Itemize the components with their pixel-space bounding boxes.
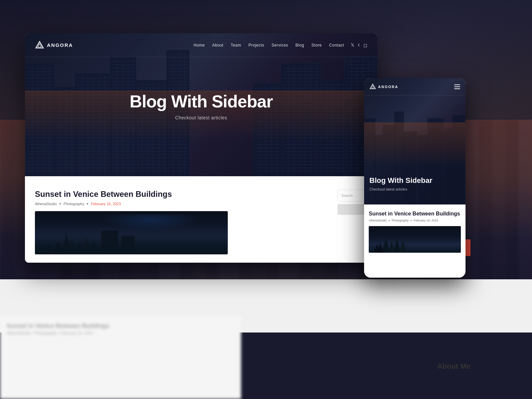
svg-marker-3 [68, 239, 76, 254]
mobile-tree-silhouettes [369, 231, 461, 253]
mobile-category: Photography [392, 219, 409, 222]
desktop-hero: ANGORA Home About Team Projects Services… [25, 33, 377, 176]
mobile-logo-text: ANGORA [378, 85, 398, 89]
angora-logo-icon [35, 41, 44, 50]
mobile-meta-dot-1 [389, 220, 390, 221]
desktop-hero-title: Blog With Sidebar [130, 92, 273, 111]
blog-post-image [35, 211, 228, 254]
svg-marker-16 [393, 239, 401, 253]
hamburger-menu[interactable] [454, 84, 460, 89]
svg-rect-10 [121, 236, 135, 254]
blurred-meta: AthenaStudio • Photography • February 16… [7, 331, 234, 335]
mobile-content: Sunset in Venice Between Buildings Athen… [364, 204, 466, 278]
mobile-hero-title: Blog With Sidebar [369, 176, 460, 185]
mobile-hero-content: Blog With Sidebar Checkout latest articl… [369, 176, 460, 191]
svg-marker-5 [75, 242, 85, 254]
mobile-logo: ANGORA [369, 83, 398, 90]
mobile-author: AthenaStudio [369, 219, 387, 222]
blog-image-background [35, 211, 228, 254]
svg-marker-13 [382, 238, 390, 253]
sidebar-area: Search ... [337, 190, 367, 254]
image-glow [93, 214, 208, 232]
mobile-meta-dot-2 [411, 220, 412, 221]
hamburger-line-1 [454, 84, 460, 85]
svg-marker-6 [81, 237, 91, 254]
svg-marker-7 [45, 244, 53, 254]
mobile-mockup: ANGORA Blog With Sidebar Checkout latest… [364, 78, 466, 278]
nav-home[interactable]: Home [194, 43, 205, 48]
desktop-hero-content: Blog With Sidebar Checkout latest articl… [130, 92, 273, 120]
mobile-navigation: ANGORA [364, 78, 466, 95]
blog-category: Photography [64, 202, 84, 206]
hamburger-line-3 [454, 88, 460, 89]
nav-logo: ANGORA [35, 41, 73, 50]
sidebar-widget [337, 204, 367, 215]
nav-services[interactable]: Services [272, 43, 288, 48]
logo-text: ANGORA [47, 42, 73, 48]
tree-silhouettes [35, 224, 228, 254]
facebook-icon[interactable]: f [358, 43, 359, 48]
blog-post-area: Sunset in Venice Between Buildings Athen… [35, 190, 328, 254]
mobile-post-image [369, 226, 461, 253]
mobile-date: February 16, 2023 [414, 219, 438, 222]
svg-marker-17 [399, 241, 407, 253]
svg-marker-2 [62, 234, 71, 254]
mobile-post-title: Sunset in Venice Between Buildings [369, 210, 461, 217]
mobile-post-meta: AthenaStudio Photography February 16, 20… [369, 219, 461, 222]
twitter-icon[interactable]: 𝕏 [351, 43, 354, 48]
nav-blog[interactable]: Blog [296, 43, 304, 48]
blog-date: February 16, 2023 [91, 202, 121, 206]
mobile-hero: ANGORA Blog With Sidebar Checkout latest… [364, 78, 466, 204]
mobile-hero-subtitle: Checkout latest articles [369, 187, 460, 191]
svg-marker-8 [90, 240, 98, 254]
meta-separator-1 [60, 203, 61, 204]
desktop-content-area: Sunset in Venice Between Buildings Athen… [25, 176, 377, 263]
desktop-navigation: ANGORA Home About Team Projects Services… [25, 33, 377, 57]
search-placeholder: Search ... [341, 194, 357, 198]
nav-store[interactable]: Store [312, 43, 322, 48]
nav-team[interactable]: Team [231, 43, 241, 48]
nav-about[interactable]: About [212, 43, 223, 48]
desktop-content-inner: Sunset in Venice Between Buildings Athen… [35, 190, 367, 254]
mobile-logo-icon [369, 83, 376, 90]
desktop-mockup: ANGORA Home About Team Projects Services… [25, 33, 377, 263]
hamburger-line-2 [454, 86, 460, 87]
blurred-title: Sunset in Venice Between Buildings [7, 323, 234, 330]
svg-marker-4 [53, 241, 63, 254]
search-box[interactable]: Search ... [337, 190, 367, 201]
blurred-background-content: Sunset in Venice Between Buildings Athen… [0, 316, 241, 399]
desktop-hero-subtitle: Checkout latest articles [130, 115, 273, 120]
blog-post-meta: AthenaStudio Photography February 16, 20… [35, 202, 328, 206]
nav-links: Home About Team Projects Services Blog S… [194, 43, 344, 48]
meta-separator-2 [87, 203, 88, 204]
nav-contact[interactable]: Contact [329, 43, 344, 48]
nav-social-links: 𝕏 f ◻ [351, 43, 367, 48]
instagram-icon[interactable]: ◻ [363, 43, 367, 48]
blog-author: AthenaStudio [35, 202, 57, 206]
svg-rect-9 [101, 231, 118, 254]
about-me-label: About Me [437, 362, 470, 371]
nav-projects[interactable]: Projects [248, 43, 264, 48]
blog-post-title: Sunset in Venice Between Buildings [35, 190, 328, 199]
